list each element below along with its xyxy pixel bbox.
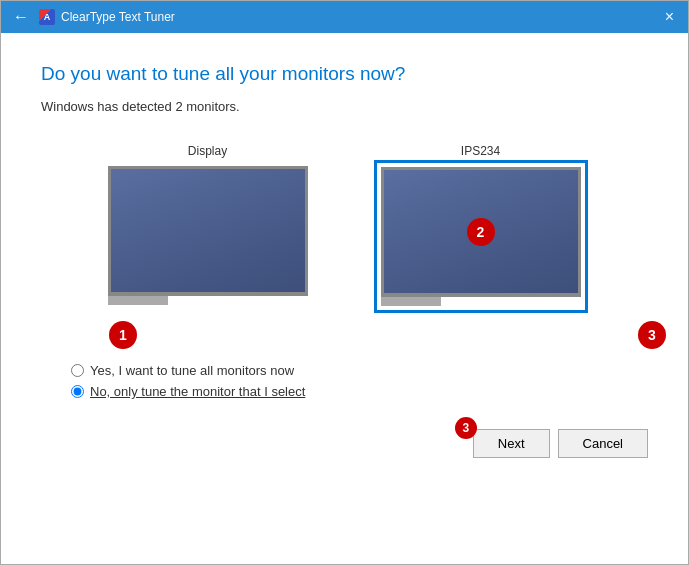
detected-text: Windows has detected 2 monitors. — [41, 99, 648, 114]
radio-yes-text: Yes, I want to tune all monitors now — [90, 363, 294, 378]
next-button[interactable]: Next — [473, 429, 550, 458]
monitor-1-container: Display — [102, 144, 314, 313]
monitors-area: 1 Display IPS234 2 — [41, 144, 648, 313]
title-bar: ← A ClearType Text Tuner × — [1, 1, 688, 33]
badge-3-next: 3 — [455, 417, 477, 439]
radio-no[interactable] — [71, 385, 84, 398]
badge-2: 2 — [467, 218, 495, 246]
window-title: ClearType Text Tuner — [61, 10, 175, 24]
monitor-1-screen — [108, 166, 308, 296]
cancel-button[interactable]: Cancel — [558, 429, 648, 458]
radio-no-text: No, only tune the monitor that I select — [90, 384, 305, 399]
monitor-2-container: IPS234 2 — [374, 144, 588, 313]
monitor-1-stand — [108, 295, 168, 305]
radio-no-label[interactable]: No, only tune the monitor that I select — [71, 384, 648, 399]
radio-section: Yes, I want to tune all monitors now No,… — [41, 363, 648, 399]
badge-1: 1 — [109, 321, 137, 349]
close-button[interactable]: × — [659, 9, 680, 25]
main-question: Do you want to tune all your monitors no… — [41, 63, 648, 85]
monitor-1-frame[interactable] — [102, 160, 314, 311]
footer: 3 Next Cancel — [41, 419, 648, 458]
window: ← A ClearType Text Tuner × Do you want t… — [0, 0, 689, 565]
monitor-2-screen: 2 — [381, 167, 581, 297]
monitor-1-label: Display — [188, 144, 227, 158]
radio-yes-label[interactable]: Yes, I want to tune all monitors now — [71, 363, 648, 378]
main-content: Do you want to tune all your monitors no… — [1, 33, 688, 564]
monitor-2-label: IPS234 — [461, 144, 500, 158]
badge-3: 3 — [638, 321, 666, 349]
app-icon: A — [39, 9, 55, 25]
title-bar-left: ← A ClearType Text Tuner — [9, 9, 659, 25]
radio-yes[interactable] — [71, 364, 84, 377]
monitor-2-frame[interactable]: 2 — [374, 160, 588, 313]
monitor-2-stand — [381, 296, 441, 306]
back-button[interactable]: ← — [9, 9, 33, 25]
